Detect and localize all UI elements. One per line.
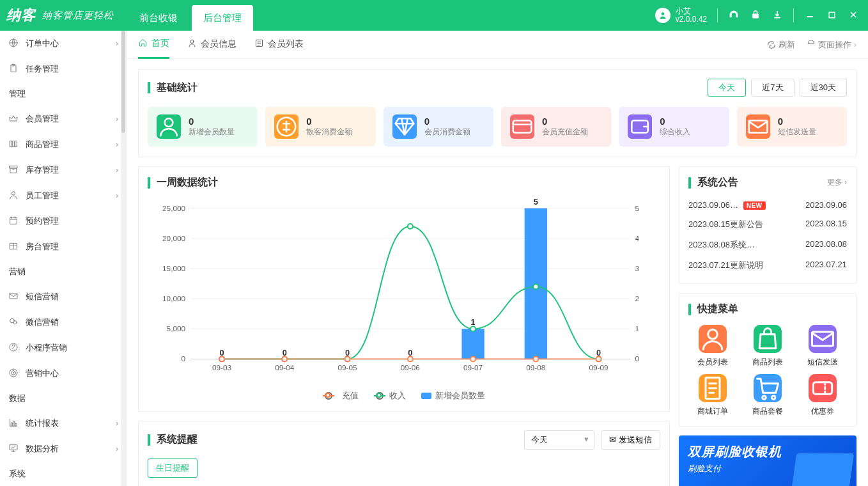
tab-label: 首页	[151, 38, 169, 49]
range-今天[interactable]: 今天	[708, 79, 746, 97]
sidebar-item-商品管理[interactable]: 商品管理 ›	[0, 132, 126, 157]
sidebar-item-库存管理[interactable]: 库存管理 ›	[0, 157, 126, 183]
sidebar-item-会员管理[interactable]: 会员管理 ›	[0, 106, 126, 132]
svg-rect-11	[10, 168, 16, 173]
nav-back-admin[interactable]: 后台管理	[192, 5, 253, 31]
brand-slogan: 纳客管店更轻松	[42, 10, 114, 22]
svg-rect-13	[10, 217, 17, 224]
sidebar-item-营销中心[interactable]: 营销中心	[0, 361, 126, 386]
announcement-row[interactable]: 2023.09.06… NEW 2023.09.06	[688, 196, 847, 214]
birthday-reminder-button[interactable]: 生日提醒	[148, 459, 198, 478]
svg-point-28	[165, 118, 173, 127]
brand-logo: 纳客	[6, 6, 36, 25]
announcement-row[interactable]: 2023.08.08系统… 2023.08.08	[688, 235, 847, 255]
sidebar-item-数据分析[interactable]: 数据分析 ›	[0, 436, 126, 462]
svg-text:09-04: 09-04	[275, 363, 295, 372]
support-icon[interactable]	[728, 9, 740, 22]
mail-icon	[8, 291, 19, 303]
announcement-row[interactable]: 2023.07.21更新说明 2023.07.21	[688, 255, 847, 276]
download-icon[interactable]	[771, 10, 783, 22]
close-icon[interactable]	[848, 10, 859, 21]
sidebar-item-短信营销[interactable]: 短信营销	[0, 284, 126, 310]
header-right: 小艾 v2.0.0.42	[655, 7, 859, 24]
chevron-right-icon: ›	[116, 419, 118, 428]
refresh-button[interactable]: 刷新	[767, 39, 795, 51]
quick-label: 商品套餐	[752, 406, 783, 417]
lock-icon[interactable]	[750, 10, 761, 22]
quick-商品套餐[interactable]: 商品套餐	[743, 374, 792, 417]
legend-income[interactable]: 收入	[374, 390, 406, 402]
tab-会员列表[interactable]: 会员列表	[254, 31, 304, 59]
user-icon	[157, 114, 181, 139]
quick-商品列表[interactable]: 商品列表	[743, 325, 792, 368]
sidebar-item-小程序营销[interactable]: 小程序营销	[0, 335, 126, 361]
quick-label: 商品列表	[752, 357, 783, 368]
chart-icon	[8, 418, 19, 430]
announcements-more[interactable]: 更多 ›	[827, 177, 847, 188]
sidebar-item-微信营销[interactable]: 微信营销	[0, 310, 126, 335]
quick-label: 优惠券	[811, 406, 834, 417]
sidebar-item-员工管理[interactable]: 员工管理 ›	[0, 183, 126, 208]
maximize-icon[interactable]	[826, 10, 837, 21]
quick-商城订单[interactable]: 商城订单	[688, 374, 737, 417]
svg-text:09-05: 09-05	[338, 363, 358, 372]
section-bar	[148, 177, 150, 189]
range-近7天[interactable]: 近7天	[751, 79, 794, 97]
legend-new-members[interactable]: 新增会员数量	[421, 390, 485, 402]
range-近30天[interactable]: 近30天	[800, 79, 847, 97]
legend-recharge[interactable]: .lg-dot::before{border-color:inherit}充值	[323, 390, 359, 402]
svg-rect-88	[812, 332, 833, 346]
svg-text:5: 5	[635, 204, 640, 212]
sidebar-item-label: 营销中心	[26, 368, 59, 379]
tab-会员信息[interactable]: 会员信息	[187, 31, 236, 59]
sidebar-item-订单中心[interactable]: 订单中心 ›	[0, 31, 126, 56]
sidebar-item-统计报表[interactable]: 统计报表 ›	[0, 411, 126, 436]
ad-card[interactable]: 双屏刷脸收银机 刷脸支付	[679, 435, 856, 486]
reminder-range-select[interactable]: 今天	[524, 430, 594, 450]
announcement-row[interactable]: 2023.08.15更新公告 2023.08.15	[688, 214, 847, 235]
quick-优惠券[interactable]: 优惠券	[798, 374, 847, 417]
svg-rect-32	[748, 121, 767, 133]
sidebar-item-预约管理[interactable]: 预约管理	[0, 208, 126, 234]
svg-rect-23	[13, 421, 15, 426]
stat-新增会员数量: 0 新增会员数量	[148, 107, 258, 146]
sidebar-item-任务管理[interactable]: 任务管理	[0, 56, 126, 82]
basic-stats-card: 基础统计 今天近7天近30天 0 新增会员数量 0 散客消费金额 0	[138, 69, 856, 157]
svg-point-87	[708, 329, 718, 339]
basic-stats-title: 基础统计	[157, 81, 198, 95]
user-block[interactable]: 小艾 v2.0.0.42	[655, 7, 707, 24]
svg-text:09-03: 09-03	[212, 363, 232, 372]
quick-menu-title: 快捷菜单	[697, 302, 738, 316]
svg-text:15,000: 15,000	[162, 264, 185, 272]
svg-rect-3	[829, 12, 835, 18]
crown-icon	[8, 113, 19, 125]
stat-label: 会员消费金额	[424, 127, 470, 137]
sidebar-item-label: 数据分析	[26, 443, 59, 455]
svg-text:0: 0	[408, 348, 412, 357]
card-icon	[510, 114, 534, 139]
sidebar-scrollbar[interactable]	[121, 31, 126, 486]
content-tabs: 首页 会员信息 会员列表 刷新 页面操作 ›	[127, 31, 868, 59]
svg-text:1: 1	[471, 317, 476, 327]
bag-icon	[754, 325, 782, 353]
quick-会员列表[interactable]: 会员列表	[688, 325, 737, 368]
sidebar-group-系统: 系统	[0, 462, 126, 486]
nav-front-cashier[interactable]: 前台收银	[128, 5, 189, 31]
sidebar-group-管理: 管理	[0, 82, 126, 106]
svg-point-19	[10, 369, 17, 377]
svg-text:25,000: 25,000	[162, 204, 185, 212]
tab-首页[interactable]: 首页	[138, 31, 169, 59]
announcement-title: 2023.08.08系统…	[688, 239, 755, 251]
stat-value: 0	[306, 116, 352, 127]
page-ops-button[interactable]: 页面操作 ›	[807, 39, 856, 51]
send-sms-button[interactable]: ✉ 发送短信	[601, 430, 660, 450]
clipboard-icon	[8, 63, 19, 75]
weekly-chart-card: 一周数据统计 05,00010,00015,00020,00025,000012…	[138, 166, 670, 412]
svg-point-90	[763, 396, 766, 400]
stat-value: 0	[424, 116, 470, 127]
sidebar-item-房台管理[interactable]: 房台管理	[0, 234, 126, 260]
cart-icon	[754, 374, 782, 402]
minimize-icon[interactable]	[804, 10, 816, 21]
quick-短信发送[interactable]: 短信发送	[798, 325, 847, 368]
svg-rect-66	[461, 329, 484, 359]
